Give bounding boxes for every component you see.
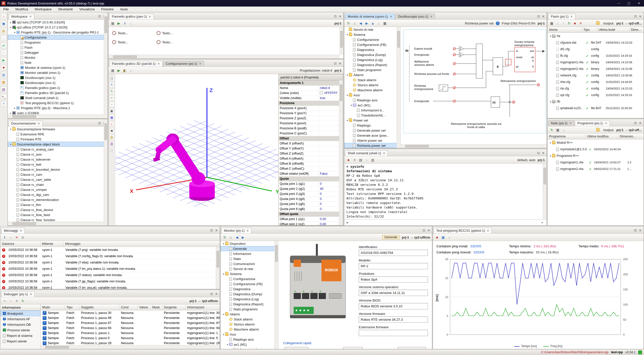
column-header[interactable]: Valore	[138, 305, 151, 310]
property-row[interactable]: Quota joint 3 (qj3) 0	[279, 192, 340, 197]
zoom-out-icon[interactable]: −	[109, 102, 114, 107]
tab-close-icon[interactable]: ✕	[29, 15, 32, 18]
tree-item[interactable]: Maschere allarmi	[221, 327, 275, 332]
tree-item[interactable]: ▾ Progetto RTE (prj-1) - Descrizione del…	[8, 30, 104, 35]
tab-close-icon[interactable]: ✕	[487, 229, 489, 232]
tab-close-icon[interactable]: ✕	[157, 62, 160, 66]
horizontal-scrollbar[interactable]	[41, 345, 220, 349]
tree-item[interactable]: Riepilogo assi	[221, 337, 275, 342]
expand-arrow-icon[interactable]: ▾	[549, 155, 552, 157]
build-icon[interactable]: ▦	[555, 128, 560, 132]
back-icon[interactable]: ◀	[358, 21, 363, 26]
tree-item[interactable]: Stato	[221, 256, 275, 261]
property-row[interactable]: Posizione B (posB)	[279, 126, 340, 131]
vertical-scrollbar[interactable]	[104, 119, 108, 222]
property-row[interactable]: Offset	[279, 136, 340, 141]
tree-item[interactable]: Maschere allarmi	[344, 87, 397, 93]
tab-close-icon[interactable]: ✕	[390, 15, 392, 18]
property-row[interactable]: Offset C (offsetC)	[279, 166, 340, 171]
tree-item[interactable]: ▸ Progetto RTE (prj-3) - Macchina 2	[8, 105, 104, 110]
close-icon[interactable]: ✕	[542, 151, 545, 155]
close-icon[interactable]: ✕	[639, 121, 641, 125]
download-icon[interactable]: ↓	[555, 21, 560, 26]
field-value[interactable]: Robox RTE versione 34.27.3	[359, 316, 428, 323]
message-row[interactable]: 10/03/2022 10:36:58 sysm-1 Variabile (?.…	[1, 247, 220, 253]
tab-programmi[interactable]: Programmi (prj-1) ✕	[575, 120, 610, 126]
play-icon[interactable]: ▶	[116, 68, 121, 73]
tree-item[interactable]: Classe rc_elementlocation	[8, 197, 104, 202]
tab-close-icon[interactable]: ✕	[570, 15, 573, 18]
stop-icon[interactable]: ■	[435, 235, 440, 240]
tree-item[interactable]: ▸ rp2-loris [TCP/IP 10.0.45.3:8100]	[8, 20, 104, 25]
refresh-icon[interactable]: ↻	[567, 21, 572, 26]
tree-item[interactable]: Monitor variabili (mon-1)	[8, 70, 104, 75]
column-header[interactable]: Mittente	[40, 241, 64, 247]
vertical-scrollbar[interactable]	[340, 27, 343, 55]
float-icon[interactable]: ⊡	[634, 15, 637, 18]
expand-arrow-icon[interactable]: ▾	[222, 242, 225, 245]
property-row[interactable]: Offset joint 2 (oj2) 0.00	[279, 222, 340, 225]
tree-item[interactable]: Diagnostica	[221, 286, 275, 291]
tree-item[interactable]: Diagnostica	[344, 47, 397, 52]
tab-pan3d[interactable]: Pannello grafico 3D (pan3d-1) ✕	[109, 61, 163, 67]
save-icon[interactable]: ↓	[447, 235, 452, 240]
minimize-icon[interactable]: ─	[614, 0, 624, 7]
tab-note[interactable]: Note (prj-1) ✕	[548, 120, 574, 126]
save-icon[interactable]: ↓	[1, 35, 7, 41]
flash-row[interactable]: cfgsave.dat ✓ file DAT 19/04/2021 14:23:…	[548, 39, 643, 46]
doc-icon[interactable]: ▧	[1, 86, 7, 92]
tree-item[interactable]: Generale	[221, 246, 275, 251]
tree-item[interactable]: Diagnostica (Report)	[221, 302, 275, 307]
vertical-scrollbar[interactable]	[104, 12, 108, 115]
expand-arrow-icon[interactable]: ▾	[346, 33, 349, 36]
program-row[interactable]: mymodule1@1.0.0... ✓ 02/02/2022 14:40:34	[548, 146, 643, 153]
expand-arrow-icon[interactable]: ▾	[226, 343, 229, 346]
program-row[interactable]: myprogram2.r4a ✓ 09/02/2022 17:21:21 1..…	[548, 166, 643, 172]
tab-pan1[interactable]: Pannello grafico (pan-1) ✕	[109, 14, 154, 19]
help-icon[interactable]: ?	[1, 101, 7, 107]
tree-item[interactable]: ▾ Documentazione firmware	[8, 127, 104, 132]
dropdown-icon[interactable]: ▾	[540, 220, 545, 225]
design-icon[interactable]: ◧	[122, 68, 127, 73]
float-icon[interactable]: ⊡	[537, 151, 540, 155]
float-icon[interactable]: ⊡	[334, 15, 337, 18]
breakpoint-row[interactable]: Sempre Fetch Processo 1, passo 99 Nessun…	[41, 315, 220, 320]
tree-item[interactable]: ▾ Power set	[344, 118, 397, 123]
tree-item[interactable]: Allarmi power set	[344, 138, 397, 143]
refresh-icon[interactable]: ↻	[549, 128, 554, 132]
layers-icon[interactable]: ▤	[109, 135, 114, 140]
tree-item[interactable]: Diagnostica (Report)	[344, 62, 397, 67]
float-icon[interactable]: ⊡	[634, 121, 637, 125]
property-row[interactable]: Offset X (offsetX)	[279, 141, 340, 146]
column-header[interactable]: Tipo	[65, 305, 80, 310]
column-header[interactable]: Modo	[41, 305, 65, 310]
tree-item[interactable]: Firmware RTE	[8, 137, 104, 142]
tree-item[interactable]: Classe rc_flow_feed	[8, 212, 104, 217]
home-icon[interactable]: ⌂	[352, 21, 357, 26]
float-icon[interactable]: ⊡	[210, 292, 213, 296]
search-icon[interactable]: ⊙	[20, 235, 25, 240]
close-icon[interactable]: ✕	[339, 15, 341, 18]
breakpoint-enabled-checkbox[interactable]	[43, 341, 46, 345]
close-icon[interactable]: ✕	[542, 15, 545, 18]
property-row[interactable]: Offset relativi (relOff) Falso	[279, 171, 340, 176]
properties-title[interactable]: pan3d-1:robot-4 (Proprietà)	[279, 74, 343, 81]
flash-row[interactable]: ▾ /fa	[548, 33, 643, 39]
tab-flash[interactable]: Flash (prj-1) ✕	[548, 14, 575, 19]
expand-arrow-icon[interactable]: ▸	[9, 112, 12, 114]
column-header[interactable]: Soggetto	[80, 305, 119, 310]
float-icon[interactable]: ⊡	[98, 15, 101, 18]
add-icon[interactable]: +	[2, 299, 7, 303]
tab-workspace[interactable]: Workspace ✕	[9, 14, 34, 19]
menu-item[interactable]: Visualizza	[76, 7, 98, 11]
message-row[interactable]: 10/03/2022 10:36:58 sysm-1 Variabile (?.…	[1, 259, 220, 266]
tree-item[interactable]: Flash	[8, 45, 104, 50]
tab-debugger[interactable]: Debugger (prj-1) ✕	[1, 291, 35, 297]
tree-item[interactable]: Classe rc_chain	[8, 182, 104, 187]
debug-category[interactable]: Breakpoint	[1, 311, 40, 316]
tree-item[interactable]: Configurazione	[344, 37, 397, 42]
tree-item[interactable]: Configurazione	[8, 35, 104, 40]
tab-sysm[interactable]: Monitor di sistema (sysm-1) ✕	[345, 14, 395, 19]
column-header[interactable]: Sorgente	[162, 305, 186, 310]
tree-item[interactable]: Shell comandi (shell-1)	[8, 95, 104, 100]
